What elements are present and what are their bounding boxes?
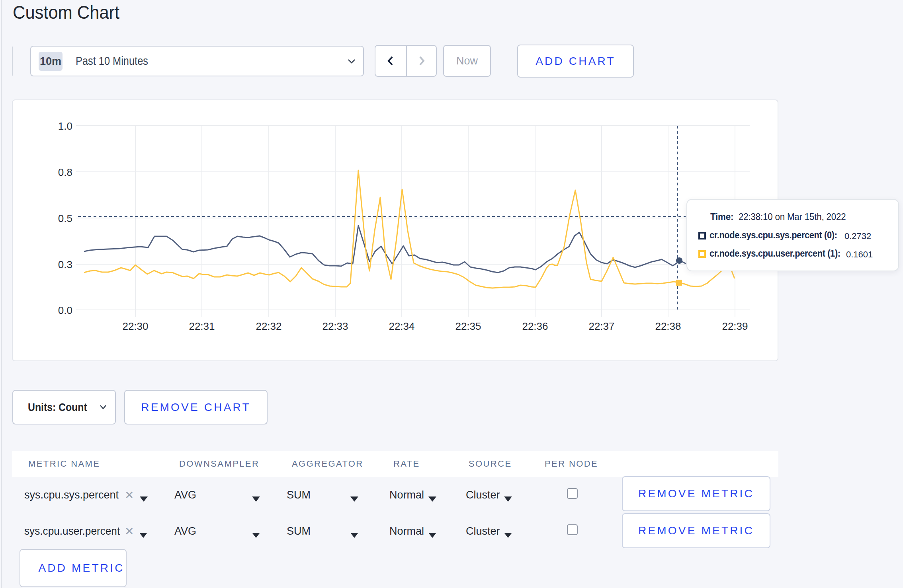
svg-text:1.0: 1.0	[58, 120, 72, 132]
svg-text:22:33: 22:33	[322, 320, 348, 332]
svg-text:0.8: 0.8	[58, 166, 72, 178]
svg-text:22:36: 22:36	[522, 320, 548, 332]
svg-text:22:37: 22:37	[588, 320, 614, 332]
svg-text:22:32: 22:32	[256, 320, 281, 332]
svg-text:0.3: 0.3	[58, 259, 72, 271]
svg-text:22:31: 22:31	[189, 320, 215, 332]
svg-text:22:39: 22:39	[722, 320, 748, 332]
svg-text:0.0: 0.0	[58, 304, 72, 316]
svg-text:0.5: 0.5	[58, 212, 72, 224]
svg-text:22:38: 22:38	[655, 320, 681, 332]
svg-text:22:34: 22:34	[389, 320, 414, 332]
svg-text:22:30: 22:30	[122, 320, 148, 332]
svg-text:22:35: 22:35	[455, 320, 481, 332]
